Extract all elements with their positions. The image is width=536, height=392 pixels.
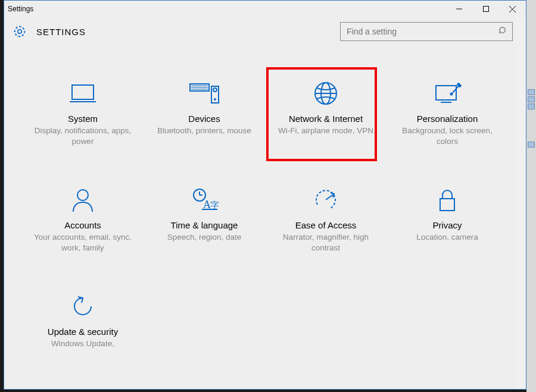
svg-rect-1 (483, 7, 488, 12)
tile-desc: Speech, region, date (167, 232, 242, 243)
search-box[interactable] (340, 22, 513, 41)
tile-label: Accounts (64, 220, 101, 231)
gear-icon (11, 23, 28, 40)
tile-label: Network & Internet (289, 114, 363, 124)
tile-system[interactable]: System Display, notifications, apps, pow… (29, 76, 136, 146)
personalization-icon (428, 79, 466, 108)
ease-of-access-icon (307, 186, 345, 214)
tile-desc: Your accounts, email, sync, work, family (32, 232, 133, 253)
tile-label: Time & language (171, 220, 238, 231)
svg-point-15 (213, 88, 217, 92)
accounts-icon (64, 186, 102, 214)
tile-desc: Narrator, magnifier, high contrast (275, 232, 376, 253)
tile-ease-of-access[interactable]: Ease of Access Narrator, magnifier, high… (272, 182, 379, 253)
svg-rect-8 (72, 85, 94, 99)
page-title: SETTINGS (36, 27, 86, 37)
tiles-grid: System Display, notifications, apps, pow… (24, 76, 506, 349)
minimize-icon (456, 6, 462, 12)
svg-line-7 (499, 32, 500, 33)
tile-personalization[interactable]: Personalization Background, lock screen,… (394, 76, 501, 146)
settings-window: Settings SETTINGS (4, 0, 526, 390)
svg-point-16 (214, 99, 216, 100)
tile-desc: Wi-Fi, airplane mode, VPN (278, 126, 373, 136)
window-title: Settings (8, 5, 33, 13)
tile-accounts[interactable]: Accounts Your accounts, email, sync, wor… (29, 182, 136, 253)
header: SETTINGS (4, 17, 526, 46)
tile-privacy[interactable]: Privacy Location, camera (394, 182, 501, 253)
window-controls (445, 1, 526, 17)
tile-desc: Background, lock screen, colors (397, 126, 498, 146)
tile-desc: Windows Update, (51, 338, 114, 349)
svg-rect-32 (440, 199, 454, 211)
svg-point-4 (18, 30, 21, 33)
maximize-icon (483, 6, 489, 12)
maximize-button[interactable] (472, 1, 499, 17)
svg-text:字: 字 (210, 200, 219, 210)
time-language-icon: A 字 (185, 186, 223, 214)
search-icon (498, 26, 507, 37)
titlebar: Settings (4, 1, 526, 17)
minimize-button[interactable] (445, 1, 472, 17)
tile-label: Update & security (48, 327, 118, 337)
lock-icon (428, 186, 466, 214)
tile-desc: Display, notifications, apps, power (32, 126, 133, 146)
devices-icon (185, 79, 223, 108)
svg-point-23 (451, 93, 453, 95)
tile-desc: Bluetooth, printers, mouse (157, 126, 251, 136)
tile-network[interactable]: Network & Internet Wi-Fi, airplane mode,… (272, 76, 379, 146)
svg-point-24 (77, 190, 88, 200)
system-icon (64, 79, 102, 108)
content-area: System Display, notifications, apps, pow… (4, 46, 526, 389)
tile-time-language[interactable]: A 字 Time & language Speech, region, date (151, 182, 258, 253)
close-icon (509, 6, 516, 12)
tile-label: Privacy (432, 220, 462, 231)
background-window-strip (526, 0, 536, 392)
close-button[interactable] (499, 1, 526, 17)
globe-icon (307, 79, 345, 108)
tile-update-security[interactable]: Update & security Windows Update, (29, 288, 136, 349)
tile-label: Ease of Access (295, 220, 357, 231)
search-input[interactable] (345, 26, 507, 37)
tile-label: Personalization (417, 114, 478, 124)
update-icon (64, 292, 102, 321)
tile-label: System (68, 114, 98, 124)
tile-devices[interactable]: Devices Bluetooth, printers, mouse (151, 76, 258, 146)
tile-label: Devices (188, 114, 220, 124)
tile-desc: Location, camera (416, 232, 478, 243)
